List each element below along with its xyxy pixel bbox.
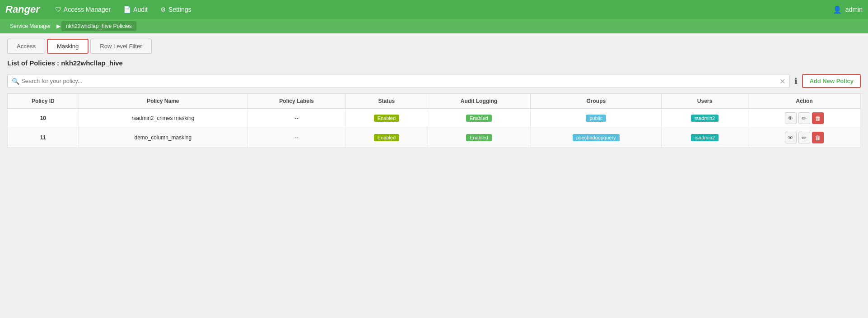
policy-tabs: Access Masking Row Level Filter bbox=[7, 39, 861, 54]
nav-audit[interactable]: 📄 Audit bbox=[117, 0, 154, 19]
col-header-status: Status bbox=[346, 94, 427, 109]
col-header-audit-logging: Audit Logging bbox=[427, 94, 531, 109]
status-badge: Enabled bbox=[374, 134, 399, 141]
audit-icon: 📄 bbox=[123, 6, 131, 13]
breadcrumb-current: nkh22whcllap_hive Policies bbox=[61, 21, 136, 31]
group-badge: psechadoopquery bbox=[573, 134, 619, 141]
search-area: 🔍 ✕ ℹ Add New Policy bbox=[7, 74, 861, 88]
breadcrumb: Service Manager ▶ nkh22whcllap_hive Poli… bbox=[0, 19, 868, 33]
cell-policy-labels: -- bbox=[247, 128, 346, 147]
nav-admin-label: admin bbox=[845, 6, 863, 13]
cell-users: rsadmin2 bbox=[662, 109, 748, 128]
user-badge: rsadmin2 bbox=[691, 115, 719, 122]
delete-button[interactable]: 🗑 bbox=[812, 112, 824, 124]
tab-masking[interactable]: Masking bbox=[47, 39, 89, 54]
table-row: 10 rsadmin2_crimes masking -- Enabled En… bbox=[8, 109, 861, 128]
cell-status: Enabled bbox=[346, 109, 427, 128]
cell-groups: public bbox=[531, 109, 662, 128]
breadcrumb-service-manager[interactable]: Service Manager bbox=[5, 21, 56, 31]
cell-policy-name: rsadmin2_crimes masking bbox=[79, 109, 247, 128]
nav-settings-label: Settings bbox=[168, 6, 191, 13]
audit-badge: Enabled bbox=[466, 115, 491, 122]
brand-logo: Ranger bbox=[5, 4, 40, 15]
table-header: Policy ID Policy Name Policy Labels Stat… bbox=[8, 94, 861, 109]
cell-policy-labels: -- bbox=[247, 109, 346, 128]
search-input[interactable] bbox=[7, 74, 790, 88]
user-icon: 👤 bbox=[833, 5, 842, 14]
col-header-policy-labels: Policy Labels bbox=[247, 94, 346, 109]
cell-audit-logging: Enabled bbox=[427, 128, 531, 147]
table-row: 11 demo_column_masking -- Enabled Enable… bbox=[8, 128, 861, 147]
col-header-users: Users bbox=[662, 94, 748, 109]
nav-user-area: 👤 admin bbox=[833, 5, 863, 14]
col-header-action: Action bbox=[748, 94, 860, 109]
view-button[interactable]: 👁 bbox=[785, 132, 797, 143]
page-title: List of Policies : nkh22whcllap_hive bbox=[7, 59, 861, 67]
cell-audit-logging: Enabled bbox=[427, 109, 531, 128]
cell-action: 👁 ✏ 🗑 bbox=[748, 128, 860, 147]
top-navigation: Ranger 🛡 Access Manager 📄 Audit ⚙ Settin… bbox=[0, 0, 868, 19]
col-header-policy-name: Policy Name bbox=[79, 94, 247, 109]
cell-status: Enabled bbox=[346, 128, 427, 147]
edit-button[interactable]: ✏ bbox=[798, 132, 810, 143]
main-content: Access Masking Row Level Filter List of … bbox=[0, 33, 868, 153]
nav-access-manager-label: Access Manager bbox=[64, 6, 111, 13]
add-new-policy-button[interactable]: Add New Policy bbox=[802, 74, 861, 88]
action-icons: 👁 ✏ 🗑 bbox=[753, 112, 856, 124]
user-badge: rsadmin2 bbox=[691, 134, 719, 141]
view-button[interactable]: 👁 bbox=[785, 112, 797, 124]
col-header-groups: Groups bbox=[531, 94, 662, 109]
tab-row-level-filter[interactable]: Row Level Filter bbox=[90, 39, 151, 54]
edit-button[interactable]: ✏ bbox=[798, 112, 810, 124]
cell-policy-id: 10 bbox=[8, 109, 79, 128]
policies-table: Policy ID Policy Name Policy Labels Stat… bbox=[7, 93, 861, 147]
status-badge: Enabled bbox=[374, 115, 399, 122]
nav-audit-label: Audit bbox=[133, 6, 148, 13]
nav-access-manager[interactable]: 🛡 Access Manager bbox=[49, 0, 117, 19]
table-body: 10 rsadmin2_crimes masking -- Enabled En… bbox=[8, 109, 861, 147]
nav-settings[interactable]: ⚙ Settings bbox=[154, 0, 198, 19]
delete-button[interactable]: 🗑 bbox=[812, 132, 824, 143]
search-icon: 🔍 bbox=[12, 78, 19, 85]
search-clear-icon[interactable]: ✕ bbox=[779, 77, 785, 85]
col-header-policy-id: Policy ID bbox=[8, 94, 79, 109]
cell-policy-name: demo_column_masking bbox=[79, 128, 247, 147]
audit-badge: Enabled bbox=[466, 134, 491, 141]
tab-access[interactable]: Access bbox=[7, 39, 45, 54]
search-wrapper: 🔍 ✕ bbox=[7, 74, 790, 88]
shield-icon: 🛡 bbox=[55, 6, 61, 13]
info-icon[interactable]: ℹ bbox=[794, 76, 798, 86]
cell-users: rsadmin2 bbox=[662, 128, 748, 147]
action-icons: 👁 ✏ 🗑 bbox=[753, 132, 856, 143]
breadcrumb-separator: ▶ bbox=[56, 23, 61, 29]
cell-policy-id: 11 bbox=[8, 128, 79, 147]
cell-groups: psechadoopquery bbox=[531, 128, 662, 147]
group-badge: public bbox=[586, 115, 606, 122]
gear-icon: ⚙ bbox=[160, 6, 166, 13]
cell-action: 👁 ✏ 🗑 bbox=[748, 109, 860, 128]
